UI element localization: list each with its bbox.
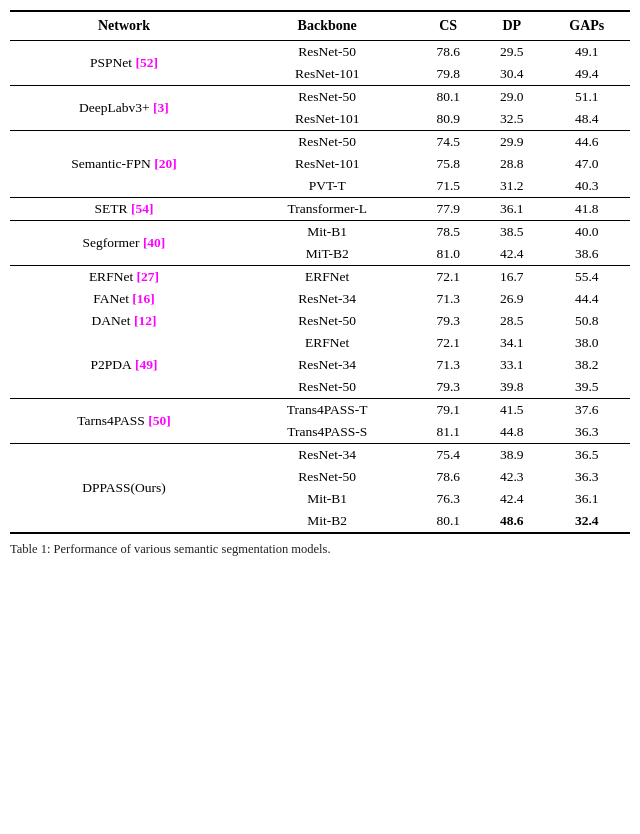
cell-backbone: Mit-B1 [238,488,417,510]
cell-dp: 28.8 [480,153,544,175]
table-row: DeepLabv3+ [3]ResNet-5080.129.051.1 [10,86,630,109]
cell-network: DPPASS(Ours) [10,444,238,534]
cell-cs: 74.5 [416,131,480,154]
table-header-row: Network Backbone CS DP GAPs [10,11,630,41]
cell-gaps: 38.6 [544,243,630,266]
table-row: FANet [16]ResNet-3471.326.944.4 [10,288,630,310]
cell-cs: 72.1 [416,332,480,354]
cell-backbone: ResNet-101 [238,63,417,86]
cell-backbone: MiT-B2 [238,243,417,266]
cell-dp: 39.8 [480,376,544,399]
cell-dp: 32.5 [480,108,544,131]
col-header-dp: DP [480,11,544,41]
cell-dp: 42.4 [480,243,544,266]
cell-gaps: 36.5 [544,444,630,467]
cell-dp: 38.9 [480,444,544,467]
cell-gaps: 49.4 [544,63,630,86]
cell-cs: 75.8 [416,153,480,175]
cell-backbone: ResNet-101 [238,108,417,131]
cell-backbone: ERFNet [238,266,417,289]
cell-dp: 42.4 [480,488,544,510]
cell-cs: 79.1 [416,399,480,422]
cell-dp: 48.6 [480,510,544,533]
cell-gaps: 44.6 [544,131,630,154]
cell-backbone: ResNet-34 [238,288,417,310]
table-row: ERFNet [27]ERFNet72.116.755.4 [10,266,630,289]
cell-backbone: Trans4PASS-T [238,399,417,422]
table-row: Semantic-FPN [20]ResNet-5074.529.944.6 [10,131,630,154]
cell-gaps: 48.4 [544,108,630,131]
cell-cs: 79.3 [416,376,480,399]
col-header-network: Network [10,11,238,41]
cell-dp: 29.0 [480,86,544,109]
cell-gaps: 50.8 [544,310,630,332]
cell-gaps: 47.0 [544,153,630,175]
col-header-cs: CS [416,11,480,41]
cell-cs: 80.1 [416,86,480,109]
cell-gaps: 36.1 [544,488,630,510]
cell-cs: 78.5 [416,221,480,244]
cell-gaps: 49.1 [544,41,630,64]
cell-cs: 72.1 [416,266,480,289]
table-row: DANet [12]ResNet-5079.328.550.8 [10,310,630,332]
cell-cs: 71.3 [416,354,480,376]
cell-network: DANet [12] [10,310,238,332]
cell-backbone: Trans4PASS-S [238,421,417,444]
table-row: SETR [54]Transformer-L77.936.141.8 [10,198,630,221]
cell-backbone: ResNet-50 [238,466,417,488]
cell-network: P2PDA [49] [10,332,238,399]
cell-gaps: 37.6 [544,399,630,422]
cell-dp: 29.9 [480,131,544,154]
cell-network: SETR [54] [10,198,238,221]
cell-network: Tarns4PASS [50] [10,399,238,444]
cell-network: PSPNet [52] [10,41,238,86]
cell-gaps: 32.4 [544,510,630,533]
table-wrapper: Network Backbone CS DP GAPs PSPNet [52]R… [10,10,630,557]
table-caption: Table 1: Performance of various semantic… [10,542,630,557]
col-header-gaps: GAPs [544,11,630,41]
cell-cs: 80.9 [416,108,480,131]
cell-cs: 79.8 [416,63,480,86]
cell-dp: 41.5 [480,399,544,422]
cell-backbone: ResNet-50 [238,131,417,154]
cell-network: Semantic-FPN [20] [10,131,238,198]
cell-backbone: ResNet-50 [238,86,417,109]
table-row: PSPNet [52]ResNet-5078.629.549.1 [10,41,630,64]
cell-cs: 78.6 [416,41,480,64]
cell-dp: 38.5 [480,221,544,244]
cell-backbone: ResNet-50 [238,41,417,64]
cell-backbone: ResNet-50 [238,376,417,399]
cell-backbone: Mit-B2 [238,510,417,533]
cell-dp: 44.8 [480,421,544,444]
col-header-backbone: Backbone [238,11,417,41]
comparison-table: Network Backbone CS DP GAPs PSPNet [52]R… [10,10,630,534]
cell-backbone: ResNet-34 [238,354,417,376]
cell-backbone: PVT-T [238,175,417,198]
cell-gaps: 36.3 [544,466,630,488]
cell-backbone: Mit-B1 [238,221,417,244]
cell-network: DeepLabv3+ [3] [10,86,238,131]
cell-backbone: ResNet-34 [238,444,417,467]
cell-dp: 33.1 [480,354,544,376]
table-row: Segformer [40]Mit-B178.538.540.0 [10,221,630,244]
cell-dp: 42.3 [480,466,544,488]
cell-cs: 78.6 [416,466,480,488]
cell-backbone: ResNet-50 [238,310,417,332]
cell-gaps: 44.4 [544,288,630,310]
cell-cs: 80.1 [416,510,480,533]
cell-network: FANet [16] [10,288,238,310]
cell-dp: 28.5 [480,310,544,332]
cell-gaps: 40.0 [544,221,630,244]
cell-backbone: ERFNet [238,332,417,354]
cell-network: Segformer [40] [10,221,238,266]
cell-cs: 77.9 [416,198,480,221]
cell-gaps: 38.2 [544,354,630,376]
cell-dp: 16.7 [480,266,544,289]
cell-gaps: 36.3 [544,421,630,444]
cell-gaps: 39.5 [544,376,630,399]
cell-gaps: 38.0 [544,332,630,354]
cell-cs: 71.3 [416,288,480,310]
cell-backbone: ResNet-101 [238,153,417,175]
cell-backbone: Transformer-L [238,198,417,221]
table-row: Tarns4PASS [50]Trans4PASS-T79.141.537.6 [10,399,630,422]
